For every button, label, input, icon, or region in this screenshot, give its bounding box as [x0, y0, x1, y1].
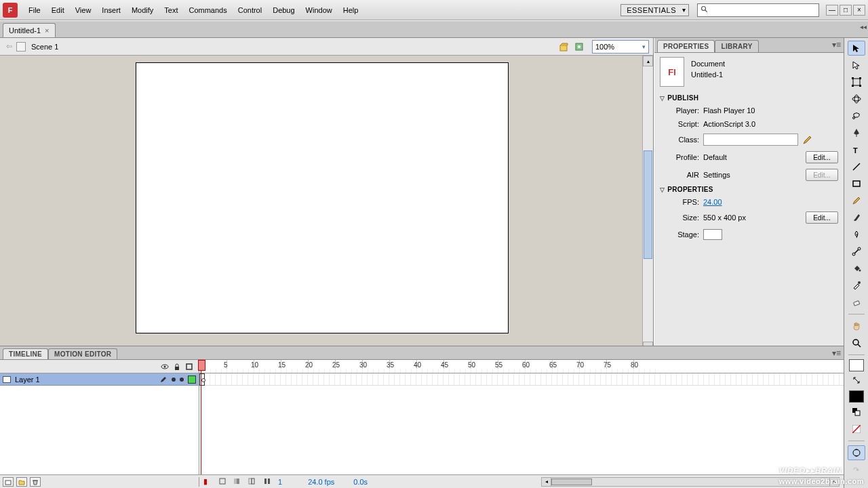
zoom-selector[interactable]: 100%	[592, 40, 649, 54]
stage-vscrollbar[interactable]: ▴ ▾	[642, 56, 653, 352]
stage-color-swatch[interactable]	[703, 229, 722, 240]
bone-tool-icon[interactable]	[848, 244, 865, 259]
menu-text[interactable]: Text	[159, 3, 183, 17]
panel-body: Fl Document Untitled-1 PUBLISH Player: F…	[654, 53, 844, 247]
subselection-tool-icon[interactable]	[848, 58, 865, 73]
menu-modify[interactable]: Modify	[126, 3, 159, 17]
scene-back-icon[interactable]: ⇦	[4, 42, 14, 52]
layer-visible-dot[interactable]	[172, 378, 176, 382]
document-tab-close[interactable]: ×	[45, 26, 49, 35]
3d-rotation-tool-icon[interactable]	[848, 92, 865, 106]
edit-multiple-frames-icon[interactable]	[263, 477, 273, 487]
text-tool-icon[interactable]: T	[848, 142, 865, 157]
timeline-body: 5101520253035404550556065707580 Layer 1	[0, 360, 844, 488]
svg-rect-16	[853, 181, 860, 186]
menu-control[interactable]: Control	[233, 3, 267, 17]
menu-debug[interactable]: Debug	[267, 3, 300, 17]
menu-file[interactable]: File	[23, 3, 46, 17]
svg-rect-5	[853, 79, 860, 85]
frame-lane[interactable]	[199, 373, 844, 386]
scroll-right-icon[interactable]: ▸	[829, 478, 839, 486]
line-tool-icon[interactable]	[848, 159, 865, 174]
fill-color-swatch[interactable]	[849, 390, 864, 403]
scroll-up-icon[interactable]: ▴	[643, 56, 653, 66]
menu-edit[interactable]: Edit	[46, 3, 70, 17]
smooth-icon[interactable]: ↷	[848, 462, 865, 477]
layer-name[interactable]: Layer 1	[15, 375, 40, 384]
svg-rect-32	[175, 367, 179, 370]
close-button[interactable]: ×	[853, 5, 865, 16]
workspace-selector[interactable]: ESSENTIALS	[620, 4, 689, 16]
new-folder-button[interactable]	[16, 477, 27, 487]
tab-timeline[interactable]: TIMELINE	[3, 348, 48, 359]
paint-bucket-tool-icon[interactable]	[848, 261, 865, 276]
snap-to-objects-icon[interactable]	[848, 445, 865, 460]
stage-viewport[interactable]: ▴ ▾ ◂ ▸	[0, 56, 653, 363]
profile-edit-button[interactable]: Edit...	[806, 151, 838, 163]
lasso-tool-icon[interactable]	[848, 108, 865, 123]
edit-symbols-icon[interactable]	[573, 41, 585, 53]
stage-canvas[interactable]	[136, 62, 509, 333]
layer-outline-swatch[interactable]	[188, 375, 196, 384]
visibility-icon[interactable]	[161, 363, 169, 371]
playhead[interactable]	[201, 360, 201, 474]
outline-icon[interactable]	[185, 363, 193, 371]
menu-window[interactable]: Window	[300, 3, 338, 17]
menu-commands[interactable]: Commands	[183, 3, 232, 17]
fps-value[interactable]: 24.00	[703, 198, 722, 206]
collapse-panels-icon[interactable]: ◂◂	[860, 23, 867, 30]
size-edit-button[interactable]: Edit...	[806, 211, 838, 224]
onion-outline-icon[interactable]	[248, 477, 258, 487]
scroll-left-icon[interactable]: ◂	[542, 478, 551, 486]
menu-view[interactable]: View	[70, 3, 97, 17]
zoom-tool-icon[interactable]	[848, 336, 865, 350]
layer-lock-dot[interactable]	[180, 378, 184, 382]
free-transform-tool-icon[interactable]	[848, 75, 865, 89]
scroll-thumb[interactable]	[551, 479, 592, 485]
edit-class-icon[interactable]	[802, 134, 813, 145]
script-label: Script:	[669, 120, 699, 128]
publish-section-header[interactable]: PUBLISH	[660, 92, 838, 104]
timeline-ruler[interactable]: 5101520253035404550556065707580	[199, 360, 844, 373]
maximize-button[interactable]: □	[840, 5, 852, 16]
selection-tool-icon[interactable]	[848, 41, 865, 56]
class-input[interactable]	[703, 134, 798, 146]
hand-tool-icon[interactable]	[848, 319, 865, 333]
menu-insert[interactable]: Insert	[96, 3, 126, 17]
eyedropper-tool-icon[interactable]	[848, 278, 865, 293]
eraser-tool-icon[interactable]	[848, 295, 865, 310]
lock-icon[interactable]	[173, 363, 181, 371]
tab-library[interactable]: LIBRARY	[715, 40, 758, 52]
stroke-color-swatch[interactable]	[849, 359, 864, 371]
center-frame-icon[interactable]	[218, 477, 228, 487]
properties-section-header[interactable]: PROPERTIES	[660, 184, 838, 195]
timeline-hscrollbar[interactable]: ◂ ▸	[541, 477, 840, 487]
delete-layer-button[interactable]	[30, 477, 41, 487]
rectangle-tool-icon[interactable]	[848, 176, 865, 191]
scroll-thumb[interactable]	[644, 150, 652, 259]
new-layer-button[interactable]	[3, 477, 14, 487]
menu-help[interactable]: Help	[338, 3, 364, 17]
swap-colors-icon[interactable]	[848, 373, 865, 388]
search-box[interactable]	[697, 3, 819, 17]
search-input[interactable]	[711, 6, 816, 14]
svg-text:T: T	[853, 146, 858, 155]
svg-rect-26	[855, 411, 860, 415]
document-tab[interactable]: Untitled-1 ×	[3, 23, 56, 37]
tab-properties[interactable]: PROPERTIES	[657, 40, 715, 52]
brush-tool-icon[interactable]	[848, 210, 865, 225]
timeline-frames[interactable]	[199, 373, 844, 474]
layer-row[interactable]: Layer 1	[0, 373, 199, 386]
onion-skin-icon[interactable]	[233, 477, 243, 487]
panel-menu-icon[interactable]: ▾≡	[832, 40, 841, 49]
minimize-button[interactable]: —	[826, 5, 838, 16]
no-color-icon[interactable]	[848, 422, 865, 436]
tab-motion-editor[interactable]: MOTION EDITOR	[48, 348, 117, 359]
edit-scene-icon[interactable]	[558, 41, 570, 53]
black-white-icon[interactable]	[848, 405, 865, 420]
svg-rect-33	[186, 364, 192, 369]
timeline-menu-icon[interactable]: ▾≡	[832, 348, 841, 358]
pen-tool-icon[interactable]	[848, 125, 865, 140]
pencil-tool-icon[interactable]	[848, 193, 865, 208]
deco-tool-icon[interactable]	[848, 227, 865, 242]
